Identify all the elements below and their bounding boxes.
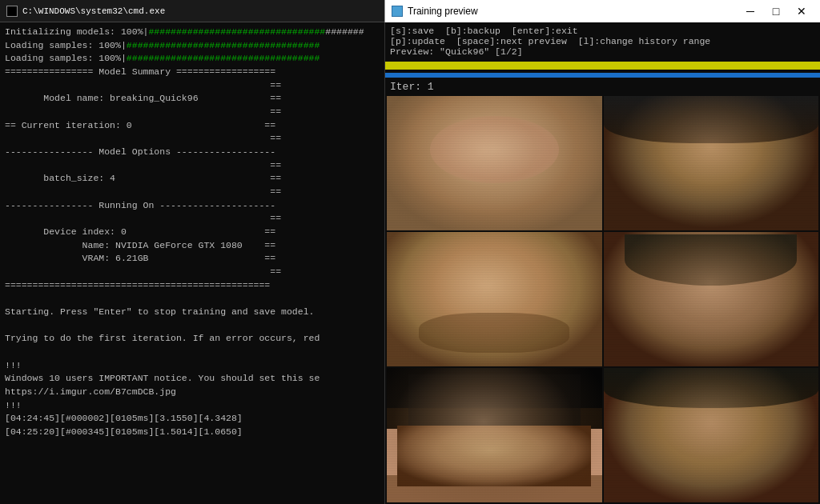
cmd-line-1: Initializing models: 100%|##############… bbox=[5, 26, 380, 39]
image-grid bbox=[385, 94, 820, 504]
yellow-bar bbox=[385, 62, 820, 70]
cmd-line-14: ---------------- Running On ------------… bbox=[5, 199, 380, 213]
cmd-line-26: !!! bbox=[5, 359, 380, 373]
cmd-title-text: C:\WINDOWS\system32\cmd.exe bbox=[22, 6, 165, 16]
preview-window-icon bbox=[392, 6, 403, 17]
cmd-line-4: ================ Model Summary =========… bbox=[5, 66, 380, 79]
cmd-line-19: == bbox=[5, 266, 380, 279]
cmd-line-25 bbox=[5, 346, 380, 359]
restore-button[interactable]: □ bbox=[764, 2, 788, 20]
face-overlay-6 bbox=[604, 368, 819, 502]
cmd-line-22: Starting. Press "Enter" to stop training… bbox=[5, 306, 380, 319]
face-overlay-3 bbox=[387, 232, 602, 366]
face-overlay bbox=[387, 96, 602, 230]
cmd-line-10: ---------------- Model Options ---------… bbox=[5, 146, 380, 159]
cmd-line-5: == bbox=[5, 79, 380, 93]
grid-cell-bot-left bbox=[387, 368, 602, 502]
preview-label: Preview: "Quick96" [1/2] bbox=[390, 46, 815, 57]
face-overlay-4 bbox=[604, 232, 819, 366]
face-tom-3 bbox=[387, 368, 602, 502]
cmd-line-12: batch_size: 4 == bbox=[5, 172, 380, 186]
face-breaking-1 bbox=[604, 96, 819, 230]
cmd-panel: Initializing models: 100%|##############… bbox=[0, 22, 384, 504]
cmd-line-3: Loading samples: 100%|##################… bbox=[5, 52, 380, 66]
close-button[interactable]: ✕ bbox=[790, 2, 814, 20]
grid-cell-bot-right bbox=[604, 368, 819, 502]
main-content: Initializing models: 100%|##############… bbox=[0, 22, 820, 504]
cmd-line-18: VRAM: 6.21GB == bbox=[5, 252, 380, 266]
cmd-line-20: ========================================… bbox=[5, 279, 380, 293]
grid-cell-mid-right bbox=[604, 232, 819, 366]
cmd-line-13: == bbox=[5, 186, 380, 199]
color-bar-container bbox=[385, 62, 820, 78]
face-breaking-2 bbox=[604, 232, 819, 366]
title-bar-row: C:\WINDOWS\system32\cmd.exe Training pre… bbox=[0, 0, 820, 22]
cmd-line-17: Name: NVIDIA GeForce GTX 1080 == bbox=[5, 239, 380, 253]
cmd-line-29: !!! bbox=[5, 399, 380, 413]
face-breaking-4 bbox=[604, 368, 819, 502]
grid-cell-mid-left bbox=[387, 232, 602, 366]
cmd-line-23 bbox=[5, 319, 380, 333]
preview-header: [s]:save [b]:backup [enter]:exit [p]:upd… bbox=[385, 22, 820, 57]
face-overlay-5 bbox=[387, 368, 602, 502]
cmd-line-28: https://i.imgur.com/B7cmDCB.jpg bbox=[5, 386, 380, 399]
cmd-line-2: Loading samples: 100%|##################… bbox=[5, 39, 380, 53]
cmd-line-9: == bbox=[5, 132, 380, 146]
window-controls: ─ □ ✕ bbox=[738, 2, 814, 20]
preview-panel: [s]:save [b]:backup [enter]:exit [p]:upd… bbox=[384, 22, 820, 504]
cmd-line-31: [04:25:20][#000345][0105ms][1.5014][1.06… bbox=[5, 426, 380, 439]
face-jimmy bbox=[387, 96, 602, 230]
cmd-line-8: == Current iteration: 0 == bbox=[5, 119, 380, 133]
cmd-window-icon bbox=[6, 6, 18, 17]
preview-title-bar: Training preview ─ □ ✕ bbox=[384, 0, 820, 22]
face-overlay-2 bbox=[604, 96, 819, 230]
keybinds-line2: [p]:update [space]:next preview [l]:chan… bbox=[390, 36, 815, 46]
cmd-line-6: Model name: breaking_Quick96 == bbox=[5, 92, 380, 106]
face-tom bbox=[387, 232, 602, 366]
cmd-line-27: Windows 10 users IMPORTANT notice. You s… bbox=[5, 372, 380, 386]
minimize-button[interactable]: ─ bbox=[738, 2, 762, 20]
grid-cell-top-right bbox=[604, 96, 819, 230]
cmd-title-bar: C:\WINDOWS\system32\cmd.exe bbox=[0, 0, 384, 22]
cmd-line-24: Trying to do the first iteration. If an … bbox=[5, 332, 380, 346]
preview-title-left: Training preview bbox=[392, 6, 478, 17]
cmd-line-15: == bbox=[5, 212, 380, 226]
cmd-line-30: [04:24:45][#000002][0105ms][3.1550][4.34… bbox=[5, 412, 380, 426]
cmd-line-11: == bbox=[5, 159, 380, 173]
cmd-line-21 bbox=[5, 292, 380, 306]
cmd-line-16: Device index: 0 == bbox=[5, 226, 380, 239]
keybinds-line1: [s]:save [b]:backup [enter]:exit bbox=[390, 26, 815, 36]
cmd-line-7: == bbox=[5, 106, 380, 119]
preview-title-text: Training preview bbox=[408, 6, 478, 17]
iter-label: Iter: 1 bbox=[385, 78, 820, 94]
grid-cell-top-left bbox=[387, 96, 602, 230]
